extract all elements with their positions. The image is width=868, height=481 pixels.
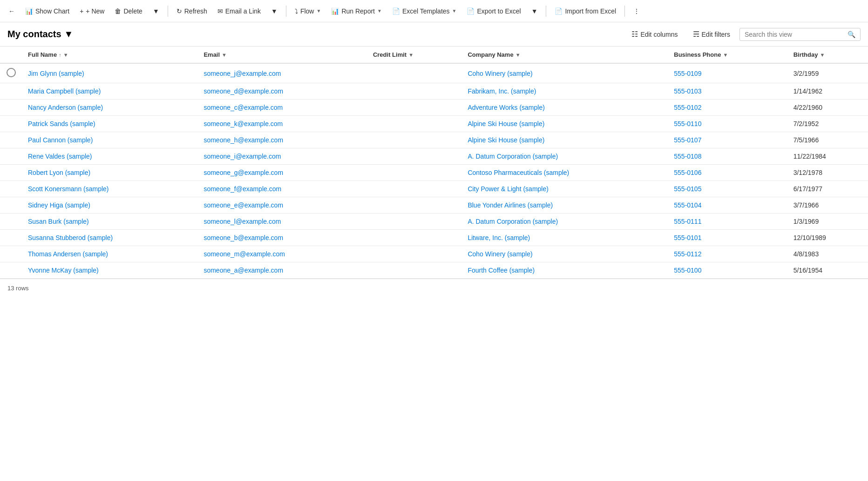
company-name-link[interactable]: Fourth Coffee (sample) xyxy=(468,267,535,274)
phone-link[interactable]: 555-0107 xyxy=(674,136,701,144)
email-link[interactable]: someone_k@example.com xyxy=(203,120,283,127)
phone-link[interactable]: 555-0106 xyxy=(674,169,701,176)
company-name-link[interactable]: Litware, Inc. (sample) xyxy=(468,234,530,241)
email-link[interactable]: someone_j@example.com xyxy=(203,70,281,77)
filter-icon-credit-limit: ▼ xyxy=(408,52,414,58)
phone-link[interactable]: 555-0112 xyxy=(674,250,701,258)
flow-icon: ⤵ xyxy=(295,7,298,15)
company-name-link[interactable]: Contoso Pharmaceuticals (sample) xyxy=(468,169,569,176)
cell-credit-limit xyxy=(367,63,462,83)
company-name-link[interactable]: Coho Winery (sample) xyxy=(468,250,532,258)
export-excel-button[interactable]: 📄 Export to Excel xyxy=(462,5,525,18)
company-name-link[interactable]: Adventure Works (sample) xyxy=(468,104,544,111)
row-checkbox[interactable] xyxy=(7,68,16,77)
email-link[interactable]: someone_d@example.com xyxy=(203,87,283,95)
phone-link[interactable]: 555-0104 xyxy=(674,201,701,209)
refresh-button[interactable]: ↻ Refresh xyxy=(172,5,212,18)
full-name-link[interactable]: Yvonne McKay (sample) xyxy=(28,267,99,274)
email-link[interactable]: someone_g@example.com xyxy=(203,169,283,176)
search-input[interactable] xyxy=(745,31,844,38)
email-link[interactable]: someone_e@example.com xyxy=(203,201,283,209)
export-excel-dropdown-button[interactable]: ▼ xyxy=(527,5,542,18)
phone-link[interactable]: 555-0100 xyxy=(674,267,701,274)
company-name-link[interactable]: Alpine Ski House (sample) xyxy=(468,120,544,127)
full-name-link[interactable]: Susan Burk (sample) xyxy=(28,218,89,225)
email-link[interactable]: someone_m@example.com xyxy=(203,250,285,258)
email-link[interactable]: someone_i@example.com xyxy=(203,153,281,160)
full-name-link[interactable]: Rene Valdes (sample) xyxy=(28,153,92,160)
excel-templates-icon: 📄 xyxy=(392,7,400,15)
separator-2 xyxy=(286,6,286,17)
edit-filters-button[interactable]: ☴ Edit filters xyxy=(687,27,736,41)
cell-company-name: Adventure Works (sample) xyxy=(462,100,668,116)
import-excel-button[interactable]: 📄 Import from Excel xyxy=(550,5,621,18)
company-name-link[interactable]: Coho Winery (sample) xyxy=(468,70,532,77)
phone-link[interactable]: 555-0109 xyxy=(674,70,701,77)
cell-birthday: 1/14/1962 xyxy=(788,83,868,100)
col-header-credit-limit[interactable]: Credit Limit ▼ xyxy=(367,47,462,63)
email-link-dropdown-button[interactable]: ▼ xyxy=(266,5,282,18)
phone-link[interactable]: 555-0105 xyxy=(674,185,701,193)
phone-link[interactable]: 555-0108 xyxy=(674,153,701,160)
phone-link[interactable]: 555-0110 xyxy=(674,120,701,127)
edit-filters-label: Edit filters xyxy=(702,31,730,38)
col-header-full-name[interactable]: Full Name ↑ ▼ xyxy=(22,47,198,63)
more-button[interactable]: ⋮ xyxy=(629,5,644,18)
email-link-button[interactable]: ✉ Email a Link xyxy=(213,5,265,18)
cell-business-phone: 555-0105 xyxy=(668,181,787,197)
view-actions: ☷ Edit columns ☴ Edit filters 🔍 xyxy=(626,27,861,41)
full-name-link[interactable]: Nancy Anderson (sample) xyxy=(28,104,103,111)
phone-link[interactable]: 555-0111 xyxy=(674,218,701,225)
email-link[interactable]: someone_c@example.com xyxy=(203,104,283,111)
full-name-link[interactable]: Scott Konersmann (sample) xyxy=(28,185,109,193)
col-header-business-phone[interactable]: Business Phone ▼ xyxy=(668,47,787,63)
company-name-link[interactable]: A. Datum Corporation (sample) xyxy=(468,153,558,160)
col-header-birthday[interactable]: Birthday ▼ xyxy=(788,47,868,63)
email-link[interactable]: someone_h@example.com xyxy=(203,136,283,144)
columns-icon: ☷ xyxy=(631,30,638,39)
full-name-link[interactable]: Maria Campbell (sample) xyxy=(28,87,101,95)
full-name-link[interactable]: Robert Lyon (sample) xyxy=(28,169,90,176)
view-header: My contacts ▼ ☷ Edit columns ☴ Edit filt… xyxy=(0,22,868,47)
email-link[interactable]: someone_a@example.com xyxy=(203,267,283,274)
delete-button[interactable]: 🗑 Delete xyxy=(110,5,147,18)
email-link[interactable]: someone_f@example.com xyxy=(203,185,281,193)
edit-columns-button[interactable]: ☷ Edit columns xyxy=(626,27,683,41)
phone-link[interactable]: 555-0103 xyxy=(674,87,701,95)
phone-link[interactable]: 555-0102 xyxy=(674,104,701,111)
new-button[interactable]: + + New xyxy=(75,5,109,18)
full-name-link[interactable]: Patrick Sands (sample) xyxy=(28,120,95,127)
flow-caret: ▼ xyxy=(316,8,321,13)
phone-link[interactable]: 555-0101 xyxy=(674,234,701,241)
flow-button[interactable]: ⤵ Flow ▼ xyxy=(290,5,326,18)
import-excel-icon: 📄 xyxy=(555,7,563,15)
cell-company-name: City Power & Light (sample) xyxy=(462,181,668,197)
search-box[interactable]: 🔍 xyxy=(739,28,861,41)
cell-company-name: Fabrikam, Inc. (sample) xyxy=(462,83,668,100)
company-name-link[interactable]: Alpine Ski House (sample) xyxy=(468,136,544,144)
company-name-link[interactable]: A. Datum Corporation (sample) xyxy=(468,218,558,225)
show-chart-button[interactable]: 📊 Show Chart xyxy=(20,5,74,18)
delete-dropdown-button[interactable]: ▼ xyxy=(148,5,164,18)
show-chart-label: Show Chart xyxy=(35,7,69,15)
full-name-link[interactable]: Paul Cannon (sample) xyxy=(28,136,93,144)
company-name-link[interactable]: Blue Yonder Airlines (sample) xyxy=(468,201,553,209)
col-header-email[interactable]: Email ▼ xyxy=(198,47,367,63)
run-report-button[interactable]: 📊 Run Report ▼ xyxy=(326,5,387,18)
email-link[interactable]: someone_b@example.com xyxy=(203,234,283,241)
excel-templates-button[interactable]: 📄 Excel Templates ▼ xyxy=(387,5,461,18)
full-name-link[interactable]: Susanna Stubberod (sample) xyxy=(28,234,113,241)
cell-company-name: A. Datum Corporation (sample) xyxy=(462,214,668,230)
company-name-link[interactable]: Fabrikam, Inc. (sample) xyxy=(468,87,536,95)
filter-icon-business-phone: ▼ xyxy=(723,52,728,58)
full-name-link[interactable]: Thomas Andersen (sample) xyxy=(28,250,108,258)
company-name-link[interactable]: City Power & Light (sample) xyxy=(468,185,549,193)
back-button[interactable]: ← xyxy=(4,5,20,18)
full-name-link[interactable]: Sidney Higa (sample) xyxy=(28,201,90,209)
chevron-down-icon-2: ▼ xyxy=(271,7,278,15)
col-header-company-name[interactable]: Company Name ▼ xyxy=(462,47,668,63)
full-name-link[interactable]: Jim Glynn (sample) xyxy=(28,70,84,77)
view-title-caret[interactable]: ▼ xyxy=(64,29,74,40)
email-link[interactable]: someone_l@example.com xyxy=(203,218,281,225)
cell-business-phone: 555-0108 xyxy=(668,148,787,165)
